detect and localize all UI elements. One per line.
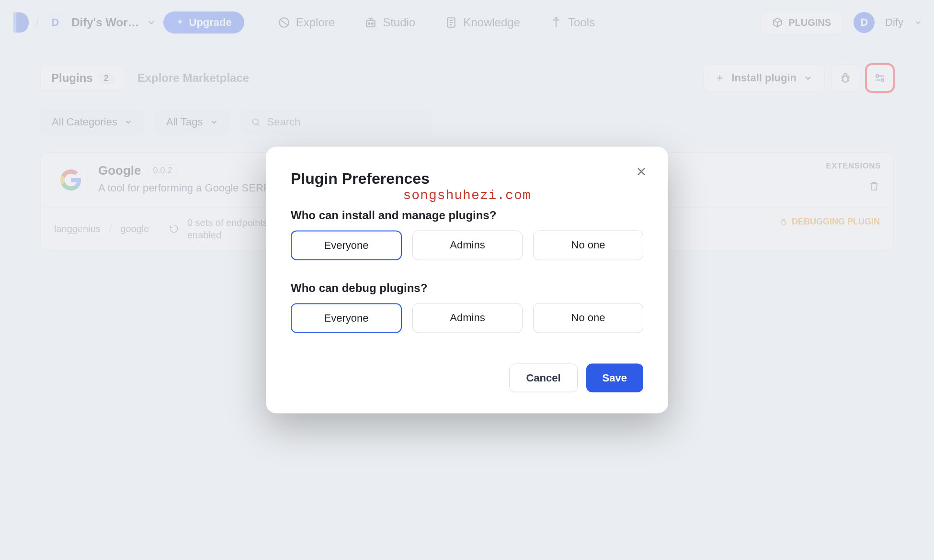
modal-actions: Cancel Save — [291, 364, 643, 392]
preferences-modal: Plugin Preferences songshuhezi.com Who c… — [266, 147, 668, 414]
save-button[interactable]: Save — [586, 364, 643, 392]
opt-debug-noone[interactable]: No one — [533, 303, 643, 333]
opt-debug-everyone[interactable]: Everyone — [291, 303, 402, 333]
opt-install-admins[interactable]: Admins — [412, 231, 523, 260]
debug-options: Everyone Admins No one — [291, 303, 643, 333]
install-options: Everyone Admins No one — [291, 231, 643, 260]
modal-title: Plugin Preferences — [291, 170, 643, 188]
close-icon[interactable] — [635, 165, 648, 179]
opt-install-noone[interactable]: No one — [533, 231, 643, 260]
watermark-text: songshuhezi.com — [403, 188, 531, 203]
question-debug: Who can debug plugins? — [291, 281, 643, 295]
opt-install-everyone[interactable]: Everyone — [291, 231, 402, 260]
opt-debug-admins[interactable]: Admins — [412, 303, 523, 333]
cancel-button[interactable]: Cancel — [509, 364, 577, 392]
question-install: Who can install and manage plugins? — [291, 209, 643, 222]
